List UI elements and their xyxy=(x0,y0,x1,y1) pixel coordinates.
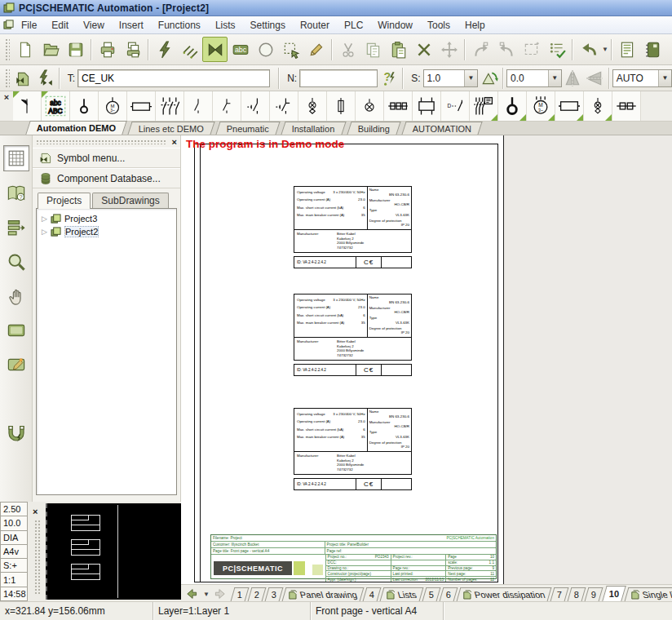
menu-window[interactable]: Window xyxy=(370,18,420,33)
symbol-cable-marker[interactable]: D xyxy=(441,91,470,121)
name-input[interactable] xyxy=(299,69,378,87)
symbol-menu-button[interactable]: Symbol menu... xyxy=(33,148,180,168)
open-project-button[interactable] xyxy=(38,37,63,62)
symbol-motor[interactable]: M3~ xyxy=(99,91,127,121)
page-tab-5[interactable]: 5 xyxy=(422,587,440,601)
nameplate-1[interactable]: Operating voltage3 x 230/400 V, 50Hz Ope… xyxy=(294,186,412,268)
tab-subdrawings[interactable]: SubDrawings xyxy=(92,193,168,208)
parts-list-button[interactable] xyxy=(615,37,640,62)
toolbar-grip[interactable] xyxy=(4,68,10,88)
symbol-relay-coil-2[interactable] xyxy=(555,91,584,121)
tab-projects[interactable]: Projects xyxy=(38,193,91,209)
symbol-file-button[interactable] xyxy=(12,68,34,89)
rotate-button[interactable] xyxy=(478,68,500,89)
page-tab-lists[interactable]: Lists xyxy=(380,587,423,601)
flip-horizontal-button[interactable] xyxy=(562,68,584,89)
menu-file[interactable]: File xyxy=(14,18,44,33)
tab-building[interactable]: Building xyxy=(347,122,400,135)
reference-dropdown[interactable]: AUTO▼ xyxy=(612,69,672,87)
edit-page-button[interactable] xyxy=(4,352,29,377)
symbol-potential-arrow[interactable] xyxy=(13,91,42,121)
panel-handle[interactable]: × xyxy=(33,135,180,148)
scale-cell[interactable]: S:+ xyxy=(0,559,28,573)
tree-item-project2[interactable]: ▷ Project2 xyxy=(38,225,175,238)
pen-cell[interactable]: DIA xyxy=(0,531,28,545)
menu-settings[interactable]: Settings xyxy=(243,18,293,33)
expander-icon[interactable]: ▷ xyxy=(42,228,47,236)
component-database-button[interactable]: Component Database... xyxy=(33,168,180,188)
page-tab-9[interactable]: 9 xyxy=(585,587,603,601)
symbol-signal-lamp-2[interactable] xyxy=(584,91,612,121)
undo-dropdown-caret[interactable]: ▼ xyxy=(602,46,608,53)
preview-grip[interactable] xyxy=(34,520,40,595)
symbol-contact-no[interactable] xyxy=(184,91,213,121)
texts-mode-button[interactable]: abc xyxy=(228,37,253,62)
cut-button[interactable] xyxy=(335,37,360,62)
symbol-terminal-row-2[interactable] xyxy=(612,91,641,121)
page-tab-panel-drawing[interactable]: Panel drawing xyxy=(282,587,365,601)
previous-objects-button[interactable] xyxy=(468,37,493,62)
tree-item-project3[interactable]: ▷ Project3 xyxy=(38,212,175,225)
drawing-canvas[interactable]: The program is in Demo mode Operating vo… xyxy=(181,135,672,584)
electrical-potentials-button[interactable] xyxy=(152,37,177,62)
menu-help[interactable]: Help xyxy=(458,18,493,33)
symbol-limit-switch[interactable] xyxy=(241,91,270,121)
symbol-limit-switch-nc[interactable] xyxy=(270,91,298,121)
page-tab-1[interactable]: 1 xyxy=(230,587,249,601)
paste-button[interactable] xyxy=(386,37,411,62)
next-page-button[interactable] xyxy=(211,588,226,600)
symbol-relay[interactable] xyxy=(413,91,441,121)
object-groups-button[interactable] xyxy=(4,215,29,240)
pan-hand-button[interactable] xyxy=(4,284,29,308)
menu-insert[interactable]: Insert xyxy=(112,18,151,33)
type-input[interactable] xyxy=(77,69,270,87)
menu-functions[interactable]: Functions xyxy=(151,18,208,33)
nameplate-3[interactable]: Operating voltage3 x 230/400 V, 50Hz Ope… xyxy=(294,408,412,490)
page-preview[interactable] xyxy=(46,503,181,600)
symbol-text-abc[interactable]: abcABC xyxy=(42,91,70,121)
conducting-lines-button[interactable] xyxy=(177,37,202,62)
delete-button[interactable] xyxy=(411,37,436,62)
symbol-motor-2[interactable]: M3~ xyxy=(527,91,555,121)
menu-plc[interactable]: PLC xyxy=(337,18,370,33)
angle-dropdown[interactable]: 0.0▼ xyxy=(506,69,562,87)
page-tab-10-active[interactable]: 10 xyxy=(602,586,626,601)
menu-lists[interactable]: Lists xyxy=(208,18,243,33)
page-tab-3[interactable]: 3 xyxy=(265,587,284,601)
symbol-terminal-row[interactable] xyxy=(384,91,413,121)
project-data-button[interactable] xyxy=(640,37,665,62)
page-tab-2[interactable]: 2 xyxy=(248,587,267,601)
page-history-caret[interactable]: ▼ xyxy=(203,591,210,598)
toolbar-grip[interactable] xyxy=(4,38,10,62)
symbol-signal-lamp[interactable] xyxy=(298,91,327,121)
magnet-snap-button[interactable] xyxy=(4,421,29,445)
page-tab-4[interactable]: 4 xyxy=(363,587,382,601)
symbol-contactor-3p[interactable] xyxy=(156,91,184,121)
expander-icon[interactable]: ▷ xyxy=(42,215,47,223)
tab-installation[interactable]: Installation xyxy=(281,122,347,135)
chevron-down-icon[interactable]: ▼ xyxy=(548,70,561,86)
menu-router[interactable]: Router xyxy=(293,18,337,33)
page-tab-7[interactable]: 7 xyxy=(550,587,569,601)
pickmenu-close-button[interactable]: × xyxy=(0,91,13,121)
page-tab-6[interactable]: 6 xyxy=(439,587,458,601)
page-tab-single-line-diagram[interactable]: Single line diagram xyxy=(624,587,672,601)
symbol-earth[interactable] xyxy=(70,91,99,121)
symbol-earth-bold[interactable] xyxy=(498,91,527,121)
manual-book-button[interactable]: ? xyxy=(4,181,29,206)
paper-cell[interactable]: A4v xyxy=(0,545,28,559)
save-button[interactable] xyxy=(63,37,88,62)
area-button[interactable] xyxy=(519,37,544,62)
drag-dots[interactable] xyxy=(36,140,167,144)
symbol-contact-nc[interactable] xyxy=(213,91,241,121)
symbol-motor-protection[interactable] xyxy=(470,91,498,121)
nameplate-2[interactable]: Operating voltage3 x 230/400 V, 50Hz Ope… xyxy=(294,294,412,376)
screen-page-button[interactable] xyxy=(4,318,29,343)
flip-vertical-button[interactable] xyxy=(584,68,606,89)
tab-automation-demo[interactable]: Automation DEMO xyxy=(25,121,127,135)
grid-cell[interactable]: 10.0 xyxy=(0,516,28,530)
page-tab-8[interactable]: 8 xyxy=(568,587,586,601)
router-grid-button[interactable] xyxy=(3,145,29,171)
component-wizard-button[interactable]: ? xyxy=(378,68,400,89)
snap-cell[interactable]: 2.50 xyxy=(0,502,28,516)
